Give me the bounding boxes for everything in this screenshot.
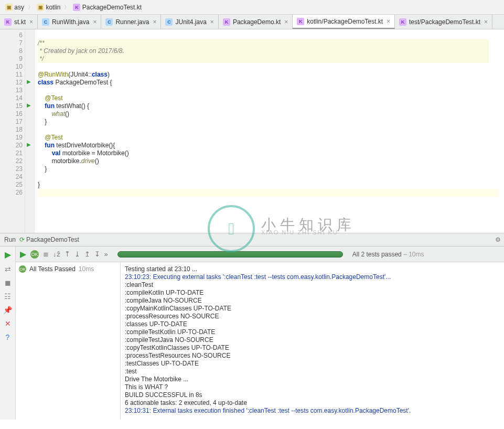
editor-tab[interactable]: Kst.kt× xyxy=(0,15,38,29)
line-number: 12 xyxy=(0,79,23,87)
line-number: 23 xyxy=(0,165,23,173)
keyword: class xyxy=(92,71,108,78)
line-number: 19 xyxy=(0,134,23,142)
annotation: @RunWith xyxy=(38,71,68,78)
play-icon[interactable]: ▶ xyxy=(20,249,26,259)
tab-label: st.kt xyxy=(14,18,26,26)
run-label: Run xyxy=(4,236,16,243)
close-icon[interactable]: × xyxy=(152,18,156,26)
code-text: } xyxy=(38,181,504,189)
run-gutter-icon[interactable]: ▶ xyxy=(27,102,31,108)
kotlin-file-icon: K xyxy=(4,18,12,26)
code-text: (JUnit4:: xyxy=(68,71,92,78)
line-number: 10 xyxy=(0,63,23,71)
console-line: Drive The Motorbike ... xyxy=(125,376,500,383)
kotlin-file-icon: K xyxy=(223,18,230,26)
pin-icon[interactable]: 📌 xyxy=(3,306,12,314)
fn-call: drive xyxy=(81,157,95,165)
folder-icon: ▣ xyxy=(37,4,44,11)
close-icon[interactable]: × xyxy=(385,18,390,25)
layout-icon[interactable]: ☷ xyxy=(4,292,11,301)
stop-icon[interactable]: ◼ xyxy=(5,278,11,287)
editor-tabs: Kst.kt×CRunWith.java×CRunner.java×CJUnit… xyxy=(0,15,504,29)
crumb-file[interactable]: K PackageDemoTest.kt xyxy=(70,4,145,11)
line-number: 24 xyxy=(0,173,23,181)
close-icon[interactable]: × xyxy=(28,18,33,26)
console-line: :classes UP-TO-DATE xyxy=(125,320,500,328)
next-icon[interactable]: ↧ xyxy=(94,250,100,258)
editor-tab[interactable]: Kkotlin/PackageDemoTest.kt× xyxy=(293,15,395,29)
console-line: Testing started at 23:10 ... xyxy=(125,265,500,273)
toggle-icon[interactable]: ⇄ xyxy=(5,265,11,273)
test-progress-bar xyxy=(117,251,343,258)
fn-call: what xyxy=(52,110,65,117)
marker-column: ▶▶▶ xyxy=(25,29,35,233)
editor-tab[interactable]: CJUnit4.java× xyxy=(161,15,218,29)
ok-badge[interactable]: OK xyxy=(30,250,39,259)
console-line: :compileTestJava NO-SOURCE xyxy=(125,336,500,344)
expand-icon[interactable]: ⤓ xyxy=(74,250,80,258)
code-text: } xyxy=(38,118,504,126)
close-icon[interactable]: × xyxy=(92,18,96,26)
code-text: motorbike. xyxy=(38,157,81,165)
line-number: 15 xyxy=(0,102,23,110)
java-file-icon: C xyxy=(42,18,49,26)
annotation: @Test xyxy=(45,134,62,141)
editor-tab[interactable]: Ktest/PackageDemoTest.kt× xyxy=(395,15,492,29)
code-text xyxy=(38,110,52,117)
editor-tab[interactable]: KPackageDemo.kt× xyxy=(219,15,293,29)
collapse-icon[interactable]: ⤒ xyxy=(65,250,70,258)
code-editor[interactable]: 67891011121314151617181920212223242526 ▶… xyxy=(0,29,504,233)
line-number: 20 xyxy=(0,142,23,149)
keyword: class xyxy=(38,79,55,86)
breadcrumb: ▣ asy 〉 ▣ kotlin 〉 K PackageDemoTest.kt xyxy=(0,0,504,15)
console-line: :compileKotlin UP-TO-DATE xyxy=(125,289,500,297)
keyword: fun xyxy=(45,102,56,110)
doc-comment: * Created by jack on 2017/6/8. xyxy=(38,47,489,55)
console-output[interactable]: Testing started at 23:10 ...23:10:23: Ex… xyxy=(121,262,504,420)
code-text: (){ xyxy=(109,142,115,149)
sort-alpha-icon[interactable]: ↓ẑ xyxy=(53,250,60,258)
watermark-title: 小牛知识库 xyxy=(261,221,356,229)
sort-icon[interactable]: ≣ xyxy=(43,250,49,258)
crumb-kotlin[interactable]: ▣ kotlin xyxy=(34,4,63,11)
line-number: 16 xyxy=(0,110,23,118)
crumb-asy[interactable]: ▣ asy xyxy=(2,4,27,11)
console-line: :compileJava NO-SOURCE xyxy=(125,297,500,305)
close-icon[interactable]: × xyxy=(283,18,288,26)
editor-tab[interactable]: CRunner.java× xyxy=(101,15,161,29)
console-line: :testClasses UP-TO-DATE xyxy=(125,360,500,368)
code-text: testWhat xyxy=(56,102,81,110)
rerun-icon[interactable]: ▶ xyxy=(5,250,11,260)
close-icon[interactable]: × xyxy=(209,18,214,26)
keyword: val xyxy=(52,149,62,157)
close-icon[interactable]: × xyxy=(483,18,488,26)
line-number: 25 xyxy=(0,181,23,189)
doc-comment: /** xyxy=(38,39,489,47)
code-text: } xyxy=(38,165,504,173)
code-text: testDriveMotorbike xyxy=(56,142,109,149)
code-text xyxy=(38,149,52,157)
kotlin-file-icon: K xyxy=(297,18,304,25)
run-gutter-icon[interactable]: ▶ xyxy=(27,142,31,147)
run-target: PackageDemoTest xyxy=(26,236,79,243)
tree-root[interactable]: OK All Tests Passed 10ms xyxy=(19,265,117,273)
line-number: 13 xyxy=(0,87,23,94)
close-icon[interactable]: ✕ xyxy=(5,319,11,328)
run-panel-header[interactable]: Run ⟳ PackageDemoTest ⚙ xyxy=(0,233,504,246)
code-text: () xyxy=(95,157,99,165)
prev-icon[interactable]: ↥ xyxy=(84,250,90,258)
editor-tab[interactable]: CRunWith.java× xyxy=(38,15,101,29)
console-line: :copyTestKotlinClasses UP-TO-DATE xyxy=(125,344,500,352)
test-tree[interactable]: OK All Tests Passed 10ms xyxy=(16,262,121,420)
code-area[interactable]: /** * Created by jack on 2017/6/8. */ @R… xyxy=(35,29,504,233)
chevron-right-icon: 〉 xyxy=(27,4,34,11)
more-icon[interactable]: » xyxy=(104,250,108,258)
code-text: () { xyxy=(81,102,89,110)
help-icon[interactable]: ? xyxy=(6,333,10,341)
run-gutter-icon[interactable]: ▶ xyxy=(27,79,31,84)
gear-icon[interactable]: ⚙ xyxy=(495,236,501,243)
line-number: 7 xyxy=(0,39,23,47)
tree-label: All Tests Passed xyxy=(29,265,76,273)
console-line: :copyMainKotlinClasses UP-TO-DATE xyxy=(125,305,500,313)
